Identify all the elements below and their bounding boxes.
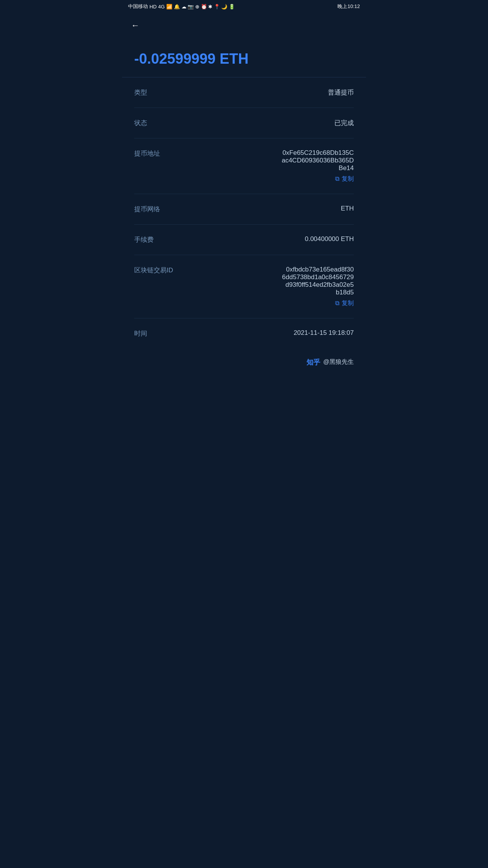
header: ← — [122, 13, 366, 38]
address-line1: 0xFe65C219c68Db135C — [283, 149, 354, 157]
txid-line3: d93f0ff514ed2fb3a02e5 — [286, 281, 354, 289]
footer-watermark: 知乎 @黑狼先生 — [122, 349, 366, 382]
watermark-platform: 知乎 — [307, 358, 320, 367]
type-row: 类型 普通提币 — [134, 77, 354, 108]
status-row: 状态 已完成 — [134, 108, 354, 138]
time-value: 2021-11-15 19:18:07 — [153, 329, 354, 337]
time-row: 时间 2021-11-15 19:18:07 — [134, 318, 354, 349]
network-label: 提币网络 — [134, 205, 166, 214]
amount-section: -0.02599999 ETH — [122, 38, 366, 77]
watermark-handle: @黑狼先生 — [323, 358, 354, 366]
address-row: 提币地址 0xFe65C219c68Db135C ac4CD60936036Bb… — [134, 138, 354, 194]
network-value: ETH — [166, 205, 354, 212]
txid-row: 区块链交易ID 0xfbdcb73e165ead8f30 6dd5738bd1a… — [134, 255, 354, 318]
address-copy-label: 复制 — [342, 175, 354, 183]
txid-copy-label: 复制 — [342, 299, 354, 307]
fee-label: 手续费 — [134, 235, 160, 244]
detail-section: 类型 普通提币 状态 已完成 提币地址 0xFe65C219c68Db135C … — [122, 77, 366, 349]
icons-area: 🔔 ☁ 📷 ⊕ ⏰ ✱ 📍 🌙 🔋 — [174, 4, 235, 10]
address-label: 提币地址 — [134, 149, 166, 158]
status-value: 已完成 — [153, 119, 354, 127]
address-value-container: 0xFe65C219c68Db135C ac4CD60936036Bb365D … — [166, 149, 354, 183]
carrier-label: 中国移动 — [128, 3, 148, 10]
signal-icon: 📶 — [166, 4, 172, 10]
type-label: 类型 — [134, 88, 153, 97]
type-value: 普通提币 — [153, 88, 354, 97]
txid-line4: b18d5 — [336, 289, 354, 296]
hd-badge: HD — [149, 4, 157, 10]
txid-line1: 0xfbdcb73e165ead8f30 — [286, 266, 354, 273]
amount-value: -0.02599999 ETH — [134, 50, 354, 68]
back-button[interactable]: ← — [131, 19, 143, 32]
copy-txid-icon: ⧉ — [335, 300, 339, 307]
address-line2: ac4CD60936036Bb365D — [282, 157, 354, 164]
network-row: 提币网络 ETH — [134, 194, 354, 225]
txid-label: 区块链交易ID — [134, 266, 179, 275]
status-label: 状态 — [134, 119, 153, 127]
address-line3: Be14 — [339, 164, 354, 172]
status-bar: 中国移动 HD 4G 📶 🔔 ☁ 📷 ⊕ ⏰ ✱ 📍 🌙 🔋 晚上10:12 — [122, 0, 366, 13]
time-label: 时间 — [134, 329, 153, 338]
txid-line2: 6dd5738bd1a0c8456729 — [282, 273, 354, 281]
status-bar-left: 中国移动 HD 4G 📶 🔔 ☁ 📷 ⊕ ⏰ ✱ 📍 🌙 🔋 — [128, 3, 235, 10]
fee-value: 0.00400000 ETH — [160, 235, 354, 243]
txid-value-container: 0xfbdcb73e165ead8f30 6dd5738bd1a0c845672… — [179, 266, 354, 307]
fee-row: 手续费 0.00400000 ETH — [134, 225, 354, 255]
copy-address-icon: ⧉ — [335, 175, 339, 182]
signal-label: 4G — [158, 4, 165, 10]
status-bar-time: 晚上10:12 — [337, 3, 360, 10]
address-copy-button[interactable]: ⧉ 复制 — [335, 175, 354, 183]
txid-copy-button[interactable]: ⧉ 复制 — [335, 299, 354, 307]
